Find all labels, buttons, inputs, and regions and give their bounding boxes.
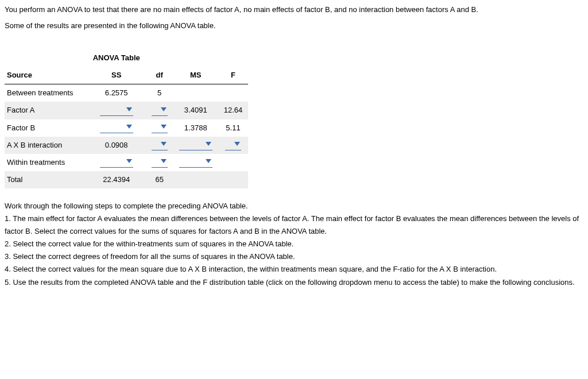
- steps-section: Work through the following steps to comp…: [5, 200, 583, 289]
- chevron-down-icon: [234, 142, 240, 146]
- step-5: 5. Use the results from the completed AN…: [5, 276, 583, 289]
- steps-lead: Work through the following steps to comp…: [5, 200, 583, 212]
- chevron-down-icon: [206, 159, 211, 163]
- dropdown-interaction-df[interactable]: [152, 141, 168, 150]
- anova-table-title: ANOVA Table: [87, 49, 146, 67]
- cell-factor-a-source: Factor A: [5, 102, 87, 119]
- intro-line-1: You perform an ANOVA to test that there …: [5, 3, 583, 16]
- chevron-down-icon: [161, 159, 167, 163]
- cell-factor-a-ms: 3.4091: [173, 102, 218, 119]
- chevron-down-icon: [206, 142, 211, 146]
- dropdown-interaction-f[interactable]: [225, 141, 241, 150]
- chevron-down-icon: [161, 125, 167, 129]
- anova-header-row: Source SS df MS F: [5, 67, 248, 84]
- col-ss: SS: [87, 67, 146, 84]
- col-f: F: [218, 67, 249, 84]
- anova-table: ANOVA Table Source SS df MS F Between tr…: [5, 49, 248, 188]
- dropdown-factor-a-df[interactable]: [152, 106, 168, 116]
- step-1: 1. The main effect for factor A evaluate…: [5, 212, 583, 238]
- cell-total-df: 65: [146, 171, 173, 188]
- cell-between-ss: 6.2575: [87, 84, 146, 102]
- cell-factor-a-f: 12.64: [218, 102, 249, 119]
- step-4: 4. Select the correct values for the mea…: [5, 263, 583, 276]
- chevron-down-icon: [126, 159, 132, 163]
- cell-interaction-source: A X B interaction: [5, 137, 87, 154]
- dropdown-within-ss[interactable]: [100, 158, 133, 168]
- dropdown-factor-a-ss[interactable]: [100, 106, 133, 116]
- row-interaction: A X B interaction 0.0908: [5, 137, 248, 154]
- step-3: 3. Select the correct degrees of freedom…: [5, 250, 583, 263]
- chevron-down-icon: [126, 107, 132, 111]
- anova-table-wrap: ANOVA Table Source SS df MS F Between tr…: [5, 49, 583, 188]
- cell-factor-b-source: Factor B: [5, 119, 87, 137]
- intro-line-2: Some of the results are presented in the…: [5, 20, 583, 32]
- cell-total-source: Total: [5, 171, 87, 188]
- row-factor-b: Factor B 1.3788 5.11: [5, 119, 248, 137]
- dropdown-within-df[interactable]: [152, 158, 168, 168]
- cell-factor-b-ms: 1.3788: [173, 119, 218, 137]
- dropdown-factor-b-df[interactable]: [152, 123, 168, 133]
- cell-total-ss: 22.4394: [87, 171, 146, 188]
- chevron-down-icon: [161, 107, 167, 111]
- cell-factor-b-f: 5.11: [218, 119, 249, 137]
- chevron-down-icon: [161, 142, 167, 146]
- dropdown-factor-b-ss[interactable]: [100, 123, 133, 133]
- cell-between-df: 5: [146, 84, 173, 102]
- row-between: Between treatments 6.2575 5: [5, 84, 248, 102]
- row-total: Total 22.4394 65: [5, 171, 248, 188]
- col-source: Source: [5, 67, 87, 84]
- col-df: df: [146, 67, 173, 84]
- row-factor-a: Factor A 3.4091 12.64: [5, 102, 248, 119]
- dropdown-interaction-ms[interactable]: [179, 141, 212, 150]
- cell-within-source: Within treatments: [5, 154, 87, 171]
- cell-between-source: Between treatments: [5, 84, 87, 102]
- col-ms: MS: [173, 67, 218, 84]
- step-2: 2. Select the correct value for the with…: [5, 238, 583, 250]
- row-within: Within treatments: [5, 154, 248, 171]
- chevron-down-icon: [126, 125, 132, 129]
- intro-text: You perform an ANOVA to test that there …: [5, 3, 583, 32]
- cell-interaction-ss: 0.0908: [87, 137, 146, 154]
- dropdown-within-ms[interactable]: [179, 158, 212, 168]
